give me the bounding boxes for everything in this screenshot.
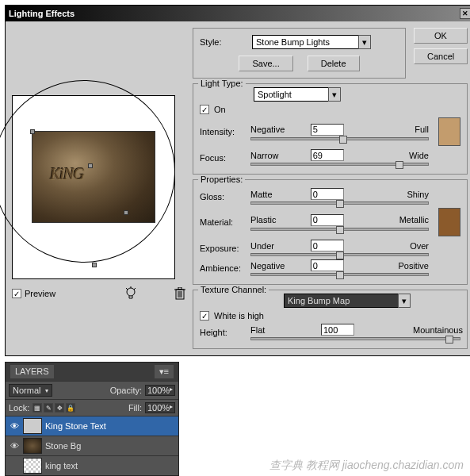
properties-group: Properties: Gloss: MatteShiny Material: … <box>193 179 468 285</box>
titlebar[interactable]: Lighting Effects ✕ <box>6 6 470 21</box>
gloss-label: Gloss: <box>200 192 246 202</box>
svg-line-2 <box>134 288 136 290</box>
fill-input[interactable]: 100%▸ <box>145 402 175 413</box>
fill-label: Fill: <box>128 403 142 413</box>
texture-group: Texture Channel: King Bump Map ▾ ✓ White… <box>193 290 468 349</box>
intensity-slider[interactable] <box>250 137 429 140</box>
white-high-label: White is high <box>214 311 264 321</box>
slider-thumb[interactable] <box>339 136 347 144</box>
exposure-slider[interactable] <box>250 253 429 256</box>
chevron-down-icon[interactable]: ▾ <box>328 87 341 102</box>
lock-transparency-icon[interactable]: ▦ <box>32 403 42 413</box>
layer-thumbnail <box>23 418 42 434</box>
light-type-group: Light Type: Spotlight ▾ ✓ On Intensity: <box>193 83 468 175</box>
slider-thumb[interactable] <box>395 161 403 169</box>
material-input[interactable] <box>311 214 344 226</box>
slider-thumb[interactable] <box>445 336 453 344</box>
light-handle[interactable] <box>88 163 93 168</box>
gloss-slider[interactable] <box>250 202 429 205</box>
style-group: Style: Stone Bump Lights ▾ Save... Delet… <box>193 28 406 79</box>
properties-label: Properties: <box>198 175 245 184</box>
layer-name: king text <box>45 461 78 470</box>
slider-thumb[interactable] <box>336 226 344 234</box>
lock-label: Lock: <box>9 403 29 413</box>
light-handle[interactable] <box>124 210 128 215</box>
exposure-label: Exposure: <box>200 244 246 253</box>
opacity-label: Opacity: <box>110 386 142 395</box>
lock-pixels-icon[interactable]: ✎ <box>44 403 53 413</box>
height-slider[interactable] <box>250 337 460 340</box>
lock-position-icon[interactable]: ✥ <box>55 403 64 413</box>
visibility-icon[interactable]: 👁 <box>9 440 20 451</box>
lighting-effects-dialog: Lighting Effects ✕ KiNG ✓ Preview <box>5 5 470 356</box>
layer-name: Stone Bg <box>45 441 81 451</box>
svg-rect-9 <box>178 287 182 290</box>
dialog-title: Lighting Effects <box>9 9 75 18</box>
layer-name: King Stone Text <box>45 421 106 431</box>
light-handle[interactable] <box>92 263 97 267</box>
layer-thumbnail <box>23 438 42 454</box>
style-select[interactable]: Stone Bump Lights ▾ <box>252 35 371 49</box>
close-icon[interactable]: ✕ <box>460 8 470 19</box>
texture-channel-select[interactable]: King Bump Map ▾ <box>284 294 411 308</box>
chevron-down-icon[interactable]: ▾ <box>398 294 411 308</box>
focus-label: Focus: <box>200 153 246 163</box>
svg-line-1 <box>126 288 128 290</box>
light-type-select[interactable]: Spotlight ▾ <box>254 87 341 102</box>
slider-thumb[interactable] <box>336 200 344 208</box>
height-label: Height: <box>200 328 246 337</box>
ambience-label: Ambience: <box>200 263 246 273</box>
white-high-checkbox[interactable]: ✓ <box>200 311 209 321</box>
lightbulb-icon[interactable] <box>123 286 139 301</box>
preview-checkbox[interactable]: ✓ <box>12 289 21 298</box>
preview-canvas[interactable]: KiNG <box>12 95 175 279</box>
light-color-swatch[interactable] <box>438 117 460 146</box>
save-button[interactable]: Save... <box>239 56 292 71</box>
intensity-label: Intensity: <box>200 127 246 136</box>
ambient-color-swatch[interactable] <box>438 208 460 236</box>
layer-thumbnail <box>23 458 42 474</box>
preview-text: KiNG <box>50 165 84 183</box>
ambience-input[interactable] <box>311 259 344 271</box>
material-label: Material: <box>200 217 246 227</box>
preview-image: KiNG <box>32 131 155 223</box>
layer-item[interactable]: 👁 king text <box>6 455 178 475</box>
on-label: On <box>214 105 226 114</box>
visibility-icon[interactable]: 👁 <box>9 420 20 432</box>
light-handle[interactable] <box>30 129 35 134</box>
slider-thumb[interactable] <box>336 271 344 279</box>
height-input[interactable] <box>321 324 354 336</box>
opacity-input[interactable]: 100%▸ <box>145 385 175 396</box>
ambience-slider[interactable] <box>250 273 429 276</box>
slider-thumb[interactable] <box>336 251 344 259</box>
panel-menu-icon[interactable]: ▾≡ <box>155 365 174 378</box>
focus-input[interactable] <box>311 149 344 161</box>
on-checkbox[interactable]: ✓ <box>200 105 209 114</box>
delete-button[interactable]: Delete <box>308 56 360 71</box>
blend-mode-select[interactable]: Normal▾ <box>9 384 52 397</box>
texture-channel-label: Texture Channel: <box>198 285 269 294</box>
layers-tab[interactable]: LAYERS <box>10 365 54 378</box>
watermark: 查字典 教程网 jiaocheng.chazidian.com <box>269 459 464 473</box>
layer-item[interactable]: 👁 King Stone Text <box>6 416 178 436</box>
svg-point-0 <box>127 288 135 296</box>
chevron-down-icon[interactable]: ▾ <box>358 35 371 49</box>
preview-label: Preview <box>25 289 55 298</box>
light-type-label: Light Type: <box>198 79 246 88</box>
gloss-input[interactable] <box>311 188 344 200</box>
trash-icon[interactable] <box>174 286 186 301</box>
material-slider[interactable] <box>250 228 429 231</box>
cancel-button[interactable]: Cancel <box>414 48 468 64</box>
focus-slider[interactable] <box>250 163 429 166</box>
intensity-input[interactable] <box>311 124 344 136</box>
exposure-input[interactable] <box>311 240 344 251</box>
layers-panel: LAYERS ▾≡ Normal▾ Opacity: 100%▸ Lock: ▦… <box>5 362 179 476</box>
layer-item[interactable]: 👁 Stone Bg <box>6 436 178 455</box>
ok-button[interactable]: OK <box>414 28 468 44</box>
lock-all-icon[interactable]: 🔒 <box>66 403 75 413</box>
style-label: Style: <box>200 37 246 47</box>
